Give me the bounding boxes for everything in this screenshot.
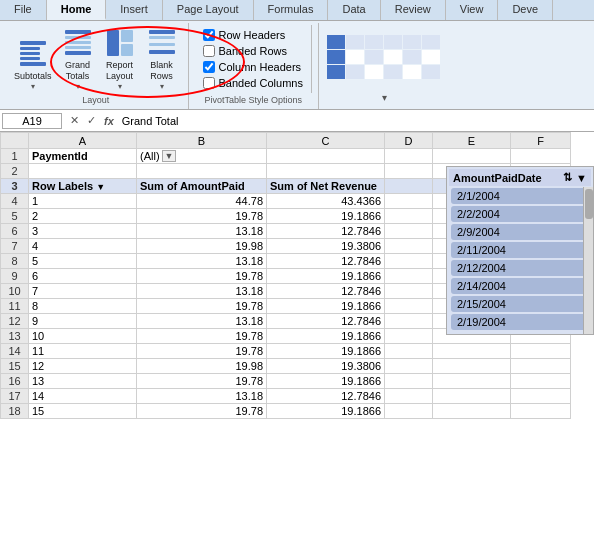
cell[interactable]: 13.18 [137, 254, 267, 269]
filter-item[interactable]: 2/19/2004 [451, 314, 589, 330]
cell[interactable]: 43.4366 [267, 194, 385, 209]
tab-data[interactable]: Data [328, 0, 380, 20]
tab-review[interactable]: Review [381, 0, 446, 20]
tab-home[interactable]: Home [47, 0, 107, 20]
cell-reference-input[interactable] [2, 113, 62, 129]
filter-sort-icon[interactable]: ⇅ [563, 171, 572, 184]
grand-totals-button[interactable]: GrandTotals ▾ [58, 25, 98, 93]
cell[interactable]: 12.7846 [267, 224, 385, 239]
cell[interactable] [385, 284, 433, 299]
tab-page-layout[interactable]: Page Layout [163, 0, 254, 20]
cell[interactable] [433, 389, 511, 404]
cell[interactable]: 12.7846 [267, 314, 385, 329]
cell[interactable] [385, 389, 433, 404]
cell[interactable]: 19.1866 [267, 209, 385, 224]
report-layout-button[interactable]: ReportLayout ▾ [100, 25, 140, 93]
cell[interactable]: 9 [29, 314, 137, 329]
tab-view[interactable]: View [446, 0, 499, 20]
col-header-d[interactable]: D [385, 133, 433, 149]
cell[interactable] [385, 254, 433, 269]
cell[interactable]: 12 [29, 359, 137, 374]
cell[interactable]: 19.1866 [267, 269, 385, 284]
cell[interactable]: 13.18 [137, 389, 267, 404]
cell[interactable]: 19.78 [137, 209, 267, 224]
cell[interactable]: 19.78 [137, 374, 267, 389]
cell[interactable]: 19.3806 [267, 239, 385, 254]
cell[interactable] [433, 404, 511, 419]
cell[interactable] [385, 239, 433, 254]
tab-deve[interactable]: Deve [498, 0, 553, 20]
cell[interactable] [385, 269, 433, 284]
cell[interactable] [385, 224, 433, 239]
cell[interactable]: 13.18 [137, 224, 267, 239]
cell[interactable] [511, 389, 571, 404]
cell[interactable]: 1 [29, 194, 137, 209]
cell[interactable] [385, 344, 433, 359]
cell[interactable]: 19.1866 [267, 344, 385, 359]
cell[interactable]: 44.78 [137, 194, 267, 209]
col-header-a[interactable]: A [29, 133, 137, 149]
styles-more-arrow[interactable]: ▾ [382, 92, 387, 103]
row-headers-checkbox[interactable] [203, 29, 215, 41]
cell[interactable]: 12.7846 [267, 254, 385, 269]
cell[interactable] [385, 164, 433, 179]
cell[interactable] [433, 374, 511, 389]
tab-insert[interactable]: Insert [106, 0, 163, 20]
cell[interactable] [385, 194, 433, 209]
cell[interactable] [511, 149, 571, 164]
cell[interactable]: 3 [29, 224, 137, 239]
tab-file[interactable]: File [0, 0, 47, 20]
cell[interactable] [385, 209, 433, 224]
cell[interactable]: 19.78 [137, 299, 267, 314]
cell[interactable]: 10 [29, 329, 137, 344]
filter-item[interactable]: 2/15/2004 [451, 296, 589, 312]
filter-scrollbar[interactable] [583, 187, 593, 334]
cell[interactable]: 19.78 [137, 404, 267, 419]
filter-item[interactable]: 2/2/2004 [451, 206, 589, 222]
blank-rows-button[interactable]: BlankRows ▾ [142, 25, 182, 93]
cell[interactable] [433, 344, 511, 359]
cell[interactable] [433, 149, 511, 164]
cell[interactable] [433, 359, 511, 374]
cell[interactable]: (All) ▼ [137, 149, 267, 164]
cell[interactable] [385, 149, 433, 164]
filter-item[interactable]: 2/1/2004 [451, 188, 589, 204]
cell[interactable]: 11 [29, 344, 137, 359]
col-header-c[interactable]: C [267, 133, 385, 149]
cell[interactable] [511, 374, 571, 389]
cell[interactable]: 6 [29, 269, 137, 284]
cell[interactable]: 5 [29, 254, 137, 269]
filter-item[interactable]: 2/11/2004 [451, 242, 589, 258]
cell[interactable] [385, 374, 433, 389]
filter-item[interactable]: 2/12/2004 [451, 260, 589, 276]
tab-formulas[interactable]: Formulas [254, 0, 329, 20]
cell[interactable] [511, 359, 571, 374]
cell[interactable]: 13 [29, 374, 137, 389]
cell[interactable]: 13.18 [137, 284, 267, 299]
cell[interactable]: 19.98 [137, 239, 267, 254]
cell[interactable]: PaymentId [29, 149, 137, 164]
filter-item[interactable]: 2/9/2004 [451, 224, 589, 240]
cell[interactable] [267, 149, 385, 164]
cell[interactable]: 14 [29, 389, 137, 404]
cell[interactable]: 19.78 [137, 329, 267, 344]
cell[interactable]: 19.3806 [267, 359, 385, 374]
cell[interactable]: 19.1866 [267, 299, 385, 314]
filter-item[interactable]: 2/14/2004 [451, 278, 589, 294]
cell[interactable]: 19.98 [137, 359, 267, 374]
cell[interactable] [137, 164, 267, 179]
row-labels-dropdown[interactable]: ▼ [96, 182, 105, 192]
cell[interactable] [385, 359, 433, 374]
cell[interactable] [511, 344, 571, 359]
col-header-f[interactable]: F [511, 133, 571, 149]
cell[interactable] [29, 164, 137, 179]
cell[interactable]: 4 [29, 239, 137, 254]
cell[interactable]: 19.1866 [267, 404, 385, 419]
banded-columns-checkbox[interactable] [203, 77, 215, 89]
cell[interactable]: 12.7846 [267, 284, 385, 299]
cell[interactable]: 15 [29, 404, 137, 419]
cell[interactable] [385, 314, 433, 329]
cell[interactable]: 12.7846 [267, 389, 385, 404]
col-header-e[interactable]: E [433, 133, 511, 149]
col-header-b[interactable]: B [137, 133, 267, 149]
